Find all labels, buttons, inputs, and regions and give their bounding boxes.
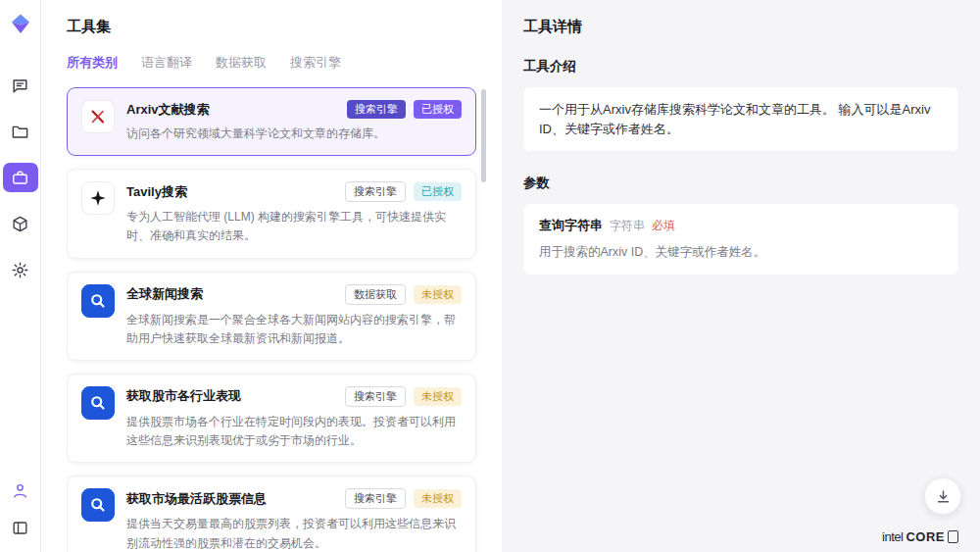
tab-data[interactable]: 数据获取 — [216, 54, 267, 72]
tool-description: 专为人工智能代理 (LLM) 构建的搜索引擎工具，可快速提供实时、准确和真实的结… — [126, 208, 462, 245]
tool-status-badge: 未授权 — [414, 387, 462, 406]
tool-status-badge: 已授权 — [414, 100, 462, 119]
tool-description: 访问各个研究领域大量科学论文和文章的存储库。 — [126, 125, 462, 143]
toolset-title: 工具集 — [67, 18, 488, 36]
param-box: 查询字符串 字符串 必填 用于搜索的Arxiv ID、关键字或作者姓名。 — [523, 204, 958, 275]
tab-all[interactable]: 所有类别 — [67, 54, 118, 72]
tool-name: Tavily搜索 — [126, 183, 337, 201]
settings-gear-icon[interactable] — [6, 255, 35, 284]
intro-section-title: 工具介绍 — [523, 58, 958, 75]
sidebar — [0, 0, 41, 552]
tool-main: Tavily搜索 搜索引擎 已授权 专为人工智能代理 (LLM) 构建的搜索引擎… — [126, 181, 462, 245]
tool-status-badge: 未授权 — [414, 285, 462, 304]
qblue-icon — [81, 386, 115, 420]
tool-description: 全球新闻搜索是一个聚合全球各大新闻网站内容的搜索引擎，帮助用户快速获取全球最新资… — [126, 311, 462, 348]
category-tabs: 所有类别语言翻译数据获取搜索引擎 — [67, 54, 488, 72]
app-window: 工具集 所有类别语言翻译数据获取搜索引擎 Arxiv文献搜索 搜索引擎 已授权 … — [0, 0, 980, 552]
tool-name: 获取市场最活跃股票信息 — [126, 490, 337, 508]
sidebar-nav — [3, 71, 38, 284]
intro-text: 一个用于从Arxiv存储库搜索科学论文和文章的工具。 输入可以是Arxiv ID… — [539, 100, 943, 138]
tool-category-badge: 搜索引擎 — [345, 181, 406, 202]
params-section-title: 参数 — [523, 175, 958, 192]
tool-list: Arxiv文献搜索 搜索引擎 已授权 访问各个研究领域大量科学论文和文章的存储库… — [67, 87, 488, 552]
tool-details-panel: 工具详情 工具介绍 一个用于从Arxiv存储库搜索科学论文和文章的工具。 输入可… — [502, 0, 980, 552]
tab-translate[interactable]: 语言翻译 — [141, 54, 192, 72]
param-required-badge: 必填 — [652, 218, 675, 234]
tool-main: 全球新闻搜索 数据获取 未授权 全球新闻搜索是一个聚合全球各大新闻网站内容的搜索… — [126, 284, 462, 348]
tool-card[interactable]: 获取股市各行业表现 搜索引擎 未授权 提供股票市场各个行业在特定时间段内的表现。… — [67, 374, 476, 463]
intel-text: intel — [882, 529, 903, 544]
intel-core-logo: intel CORE — [882, 529, 958, 544]
tool-description: 提供当天交易量最高的股票列表，投资者可以利用这些信息来识别流动性强的股票和潜在的… — [126, 515, 462, 552]
tool-main: 获取市场最活跃股票信息 搜索引擎 未授权 提供当天交易量最高的股票列表，投资者可… — [126, 488, 462, 552]
app-logo-icon — [9, 12, 32, 35]
tool-card[interactable]: 全球新闻搜索 数据获取 未授权 全球新闻搜索是一个聚合全球各大新闻网站内容的搜索… — [67, 272, 476, 361]
tool-card[interactable]: 获取市场最活跃股票信息 搜索引擎 未授权 提供当天交易量最高的股票列表，投资者可… — [67, 476, 476, 552]
tool-name: 获取股市各行业表现 — [126, 387, 337, 405]
qblue-icon — [81, 284, 115, 318]
intel-badge-box — [948, 530, 958, 543]
arxiv-icon — [81, 100, 115, 133]
tab-search[interactable]: 搜索引擎 — [290, 54, 341, 72]
folder-icon[interactable] — [6, 117, 35, 146]
scrollbar-thumb[interactable] — [481, 89, 486, 182]
tool-status-badge: 已授权 — [414, 182, 462, 201]
panel-toggle-icon[interactable] — [6, 513, 35, 542]
param-header: 查询字符串 字符串 必填 — [539, 217, 943, 234]
intro-box: 一个用于从Arxiv存储库搜索科学论文和文章的工具。 输入可以是Arxiv ID… — [523, 87, 958, 151]
qblue-icon — [81, 488, 115, 522]
tool-card[interactable]: Arxiv文献搜索 搜索引擎 已授权 访问各个研究领域大量科学论文和文章的存储库… — [67, 87, 476, 156]
details-title: 工具详情 — [523, 18, 958, 36]
tool-name: 全球新闻搜索 — [126, 285, 337, 303]
tool-card[interactable]: Tavily搜索 搜索引擎 已授权 专为人工智能代理 (LLM) 构建的搜索引擎… — [67, 169, 476, 258]
tool-main: Arxiv文献搜索 搜索引擎 已授权 访问各个研究领域大量科学论文和文章的存储库… — [126, 100, 462, 143]
tool-name: Arxiv文献搜索 — [126, 101, 339, 119]
tool-category-badge: 数据获取 — [345, 284, 406, 305]
download-button[interactable] — [924, 477, 961, 515]
toolset-panel: 工具集 所有类别语言翻译数据获取搜索引擎 Arxiv文献搜索 搜索引擎 已授权 … — [41, 0, 502, 552]
sidebar-bottom — [6, 476, 35, 542]
tool-category-badge: 搜索引擎 — [347, 100, 406, 119]
tool-status-badge: 未授权 — [414, 489, 462, 508]
download-icon — [935, 488, 952, 505]
tavily-icon — [81, 181, 115, 215]
param-description: 用于搜索的Arxiv ID、关键字或作者姓名。 — [539, 243, 943, 262]
core-text: CORE — [906, 529, 945, 544]
tool-category-badge: 搜索引擎 — [345, 386, 406, 407]
tool-main: 获取股市各行业表现 搜索引擎 未授权 提供股票市场各个行业在特定时间段内的表现。… — [126, 386, 462, 450]
tool-category-badge: 搜索引擎 — [345, 488, 406, 509]
chat-icon[interactable] — [6, 71, 35, 100]
toolbox-briefcase-icon[interactable] — [3, 163, 38, 192]
user-icon[interactable] — [6, 476, 35, 505]
package-icon[interactable] — [6, 209, 35, 238]
tool-description: 提供股票市场各个行业在特定时间段内的表现。投资者可以利用这些信息来识别表现优于或… — [126, 413, 462, 450]
param-name: 查询字符串 — [539, 217, 603, 234]
param-type: 字符串 — [610, 218, 645, 234]
